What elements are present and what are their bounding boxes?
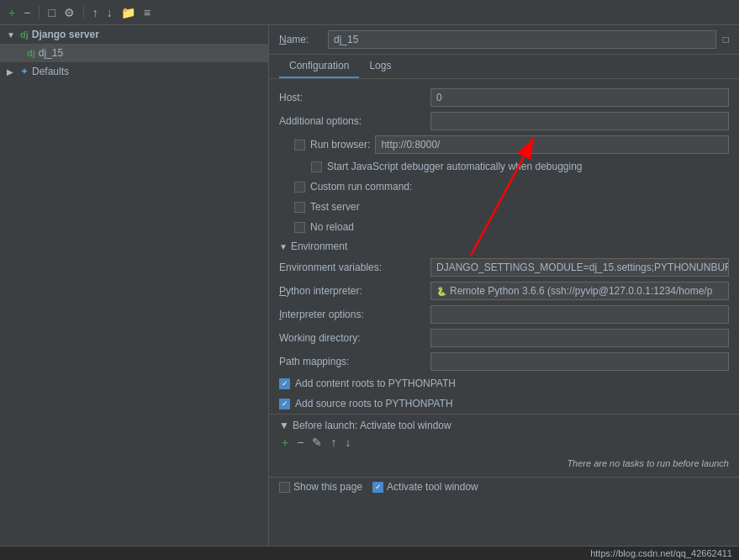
path-mappings-label: Path mappings: (279, 356, 430, 367)
interpreter-options-row: Interpreter options: (269, 303, 739, 326)
folder-icon[interactable]: 📁 (119, 4, 137, 21)
run-browser-label: Run browser: (310, 139, 370, 151)
interpreter-options-input[interactable] (430, 305, 729, 324)
launch-minus-btn[interactable]: − (294, 435, 306, 450)
no-reload-checkbox[interactable] (294, 222, 305, 233)
name-input[interactable] (328, 30, 716, 49)
launch-edit-btn[interactable]: ✎ (309, 435, 325, 450)
defaults-icon: ✦ (20, 66, 29, 77)
python-interpreter-label: Python interpreter: (279, 285, 430, 297)
sidebar-item-dj15[interactable]: dj dj_15 (0, 44, 268, 62)
custom-run-row: Custom run command: (269, 177, 739, 197)
toolbar-divider (39, 6, 40, 19)
launch-down-btn[interactable]: ↓ (342, 435, 353, 450)
env-vars-row: Environment variables: DJANGO_SETTINGS_M… (269, 256, 739, 279)
js-debugger-checkbox[interactable] (311, 161, 322, 172)
test-server-row: Test server (269, 197, 739, 217)
js-debugger-row: Start JavaScript debugger automatically … (269, 156, 739, 177)
expand-arrow: ▼ (7, 30, 17, 40)
add-source-roots-row: Add source roots to PYTHONPATH (269, 394, 739, 414)
add-content-roots-row: Add content roots to PYTHONPATH (269, 373, 739, 394)
name-row: Name: □ (269, 25, 739, 55)
settings-icon[interactable]: ⚙ (62, 4, 77, 21)
python-interpreter-text: Remote Python 3.6.6 (ssh://pyvip@127.0.0… (450, 285, 712, 297)
before-launch-label: Before launch: Activate tool window (293, 420, 451, 431)
url-text: https://blog.csdn.net/qq_42662411 (590, 548, 732, 558)
environment-label: Environment (291, 240, 347, 252)
test-server-checkbox[interactable] (294, 202, 305, 213)
add-content-roots-label: Add content roots to PYTHONPATH (295, 378, 456, 389)
host-label: Host: (279, 92, 430, 103)
path-mappings-row: Path mappings: (269, 350, 739, 373)
env-vars-text: DJANGO_SETTINGS_MODULE=dj_15.settings;PY… (436, 262, 729, 273)
sidebar-label-django-server: Django server (32, 29, 99, 40)
additional-options-row: Additional options: (269, 109, 739, 133)
sidebar: ▼ dj Django server dj dj_15 ▶ ✦ Defaults (0, 25, 269, 546)
right-panel: Name: □ Configuration Logs (269, 25, 739, 546)
move-down-icon[interactable]: ↓ (105, 4, 114, 21)
test-server-label: Test server (310, 201, 360, 213)
toolbar: + − □ ⚙ ↑ ↓ 📁 ≡ (0, 0, 739, 25)
host-row: Host: (269, 86, 739, 109)
environment-section-header: ▼ Environment (269, 237, 739, 256)
url-bar: https://blog.csdn.net/qq_42662411 (0, 546, 739, 560)
python-interpreter-row: Python interpreter: 🐍 Remote Python 3.6.… (269, 279, 739, 303)
additional-options-input[interactable] (430, 112, 729, 130)
before-launch-arrow[interactable]: ▼ (279, 420, 289, 431)
env-vars-value[interactable]: DJANGO_SETTINGS_MODULE=dj_15.settings;PY… (430, 258, 729, 277)
run-browser-url-input[interactable] (375, 135, 729, 154)
activate-window-label: Activate tool window (387, 481, 478, 493)
show-page-checkbox[interactable] (279, 482, 290, 493)
add-icon[interactable]: + (7, 4, 17, 21)
tab-logs[interactable]: Logs (359, 55, 401, 78)
main-container: ▼ dj Django server dj dj_15 ▶ ✦ Defaults… (0, 25, 739, 546)
run-browser-checkbox[interactable] (294, 140, 305, 151)
sidebar-item-defaults[interactable]: ▶ ✦ Defaults (0, 62, 268, 81)
working-dir-label: Working directory: (279, 332, 430, 344)
custom-run-checkbox[interactable] (294, 182, 305, 193)
sidebar-label-dj15: dj_15 (39, 47, 63, 59)
launch-empty-message: There are no tasks to run before launch (279, 455, 729, 472)
env-vars-label: Environment variables: (279, 262, 430, 273)
defaults-arrow: ▶ (7, 67, 17, 77)
interpreter-options-label: Interpreter options: (279, 309, 430, 320)
no-reload-label: No reload (310, 221, 354, 233)
django-icon: dj (20, 29, 29, 40)
menu-icon[interactable]: ≡ (142, 4, 152, 21)
dj15-icon: dj (27, 48, 35, 58)
add-content-roots-checkbox[interactable] (279, 378, 290, 389)
share-icon: □ (723, 34, 729, 45)
no-reload-row: No reload (269, 217, 739, 237)
activate-window-checkbox[interactable] (372, 482, 383, 493)
before-launch-section: ▼ Before launch: Activate tool window + … (269, 414, 739, 477)
show-page-label: Show this page (293, 481, 362, 493)
before-launch-header: ▼ Before launch: Activate tool window (279, 420, 729, 431)
working-dir-input[interactable] (430, 329, 729, 347)
launch-up-btn[interactable]: ↑ (328, 435, 339, 450)
env-arrow[interactable]: ▼ (279, 242, 288, 251)
toolbar-divider-2 (83, 6, 84, 19)
js-debugger-label: Start JavaScript debugger automatically … (327, 161, 583, 172)
working-dir-row: Working directory: (269, 326, 739, 350)
copy-icon[interactable]: □ (46, 4, 56, 21)
run-browser-row: Run browser: (269, 133, 739, 156)
name-label: Name: (279, 34, 321, 45)
launch-add-btn[interactable]: + (279, 435, 291, 450)
minus-icon[interactable]: − (22, 4, 32, 21)
tab-configuration[interactable]: Configuration (279, 55, 359, 78)
sidebar-item-django-server[interactable]: ▼ dj Django server (0, 25, 268, 44)
config-wrapper: Host: Additional options: Run browser: (269, 79, 739, 546)
tabs: Configuration Logs (269, 55, 739, 79)
path-mappings-input[interactable] (430, 352, 729, 371)
sidebar-label-defaults: Defaults (32, 66, 69, 77)
add-source-roots-label: Add source roots to PYTHONPATH (295, 398, 453, 409)
config-content: Host: Additional options: Run browser: (269, 79, 739, 546)
bottom-checkboxes: Show this page Activate tool window (269, 477, 739, 496)
python-icon: 🐍 (436, 287, 446, 296)
host-input[interactable] (430, 88, 729, 107)
additional-options-label: Additional options: (279, 115, 430, 127)
custom-run-label: Custom run command: (310, 181, 412, 193)
move-up-icon[interactable]: ↑ (91, 4, 100, 21)
add-source-roots-checkbox[interactable] (279, 399, 290, 409)
python-interpreter-value[interactable]: 🐍 Remote Python 3.6.6 (ssh://pyvip@127.0… (430, 282, 729, 300)
